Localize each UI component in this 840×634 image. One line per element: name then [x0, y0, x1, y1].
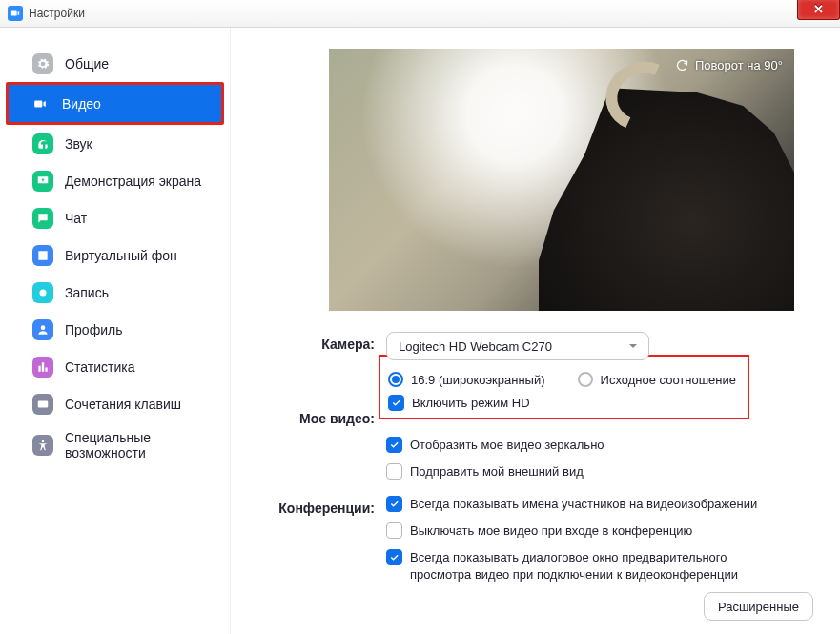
profile-icon — [32, 319, 53, 340]
app-icon — [8, 6, 23, 21]
sidebar-item-audio[interactable]: Звук — [11, 125, 218, 162]
show-names-checkbox[interactable]: Всегда показывать имена участников на ви… — [386, 496, 813, 513]
radio-unchecked-icon — [578, 372, 593, 387]
camera-value: Logitech HD Webcam C270 — [399, 339, 552, 354]
record-icon — [32, 282, 53, 303]
gear-icon — [32, 53, 53, 74]
rotate-label: Поворот на 90° — [695, 58, 783, 72]
sidebar-item-shortcuts[interactable]: Сочетания клавиш — [11, 385, 218, 422]
stats-icon — [32, 357, 53, 378]
mute-video-label: Выключать мое видео при входе в конферен… — [410, 522, 692, 540]
aspect-original-radio[interactable]: Исходное соотношение — [578, 372, 737, 387]
sidebar: Общие Видео Звук Демонстрация экрана — [0, 28, 231, 634]
meetings-label: Конференции: — [257, 496, 386, 521]
video-icon — [30, 93, 51, 114]
svg-point-0 — [40, 289, 47, 296]
touchup-checkbox[interactable]: Подправить мой внешний вид — [386, 463, 813, 481]
advanced-button[interactable]: Расширенные — [704, 592, 813, 621]
sidebar-item-chat[interactable]: Чат — [11, 199, 218, 236]
sidebar-item-profile[interactable]: Профиль — [11, 311, 218, 348]
checkbox-checked-icon — [386, 549, 402, 565]
myvideo-label: Мое видео: — [257, 381, 386, 431]
sidebar-item-share[interactable]: Демонстрация экрана — [11, 162, 218, 199]
sidebar-item-label: Специальные возможности — [65, 430, 189, 460]
close-icon: ✕ — [813, 2, 824, 16]
checkbox-unchecked-icon — [386, 463, 402, 480]
svg-point-1 — [41, 325, 46, 330]
keyboard-icon — [32, 394, 53, 415]
sidebar-item-label: Общие — [65, 56, 109, 72]
sidebar-highlight: Видео — [6, 82, 224, 125]
titlebar: Настройки ✕ — [0, 0, 840, 28]
checkbox-checked-icon — [386, 437, 402, 453]
sidebar-item-label: Демонстрация экрана — [65, 174, 201, 189]
sidebar-item-recording[interactable]: Запись — [11, 274, 218, 311]
advanced-label: Расширенные — [718, 600, 799, 614]
show-names-label: Всегда показывать имена участников на ви… — [410, 496, 757, 513]
sidebar-item-label: Запись — [65, 285, 109, 300]
svg-point-3 — [42, 440, 44, 442]
sidebar-item-background[interactable]: Виртуальный фон — [11, 236, 218, 274]
share-screen-icon — [32, 171, 53, 192]
preview-dialog-checkbox[interactable]: Всегда показывать диалоговое окно предва… — [386, 549, 813, 583]
checkbox-checked-icon — [386, 496, 402, 512]
close-button[interactable]: ✕ — [797, 0, 840, 20]
rotate-button[interactable]: Поворот на 90° — [675, 58, 783, 72]
mirror-label: Отобразить мое видео зеркально — [410, 437, 604, 454]
sidebar-item-label: Видео — [62, 96, 101, 112]
sidebar-item-accessibility[interactable]: Специальные возможности — [11, 422, 218, 468]
touchup-label: Подправить мой внешний вид — [410, 463, 584, 481]
svg-rect-2 — [38, 400, 49, 407]
mute-video-checkbox[interactable]: Выключать мое видео при входе в конферен… — [386, 522, 813, 540]
sidebar-item-label: Чат — [65, 211, 87, 226]
sidebar-item-label: Профиль — [65, 322, 122, 337]
sidebar-item-label: Виртуальный фон — [65, 248, 177, 263]
checkbox-unchecked-icon — [386, 522, 402, 539]
aspect-original-label: Исходное соотношение — [601, 373, 737, 387]
sidebar-item-statistics[interactable]: Статистика — [11, 348, 218, 385]
camera-label: Камера: — [257, 332, 386, 357]
preview-dialog-label: Всегда показывать диалоговое окно предва… — [410, 549, 782, 583]
video-preview: Поворот на 90° — [329, 49, 794, 311]
sidebar-item-label: Звук — [65, 136, 92, 152]
sidebar-item-label: Сочетания клавиш — [65, 397, 181, 412]
headphones-icon — [32, 133, 53, 154]
camera-select[interactable]: Logitech HD Webcam C270 — [386, 332, 649, 360]
chat-icon — [32, 208, 53, 229]
content-pane: Поворот на 90° Камера: Logitech HD Webca… — [231, 28, 840, 634]
window-title: Настройки — [29, 7, 85, 20]
background-icon — [32, 245, 53, 266]
mirror-checkbox[interactable]: Отобразить мое видео зеркально — [386, 437, 813, 454]
sidebar-item-label: Статистика — [65, 359, 135, 375]
accessibility-icon — [32, 435, 53, 456]
sidebar-item-video[interactable]: Видео — [9, 85, 221, 122]
rotate-icon — [675, 58, 689, 72]
sidebar-item-general[interactable]: Общие — [11, 45, 218, 82]
